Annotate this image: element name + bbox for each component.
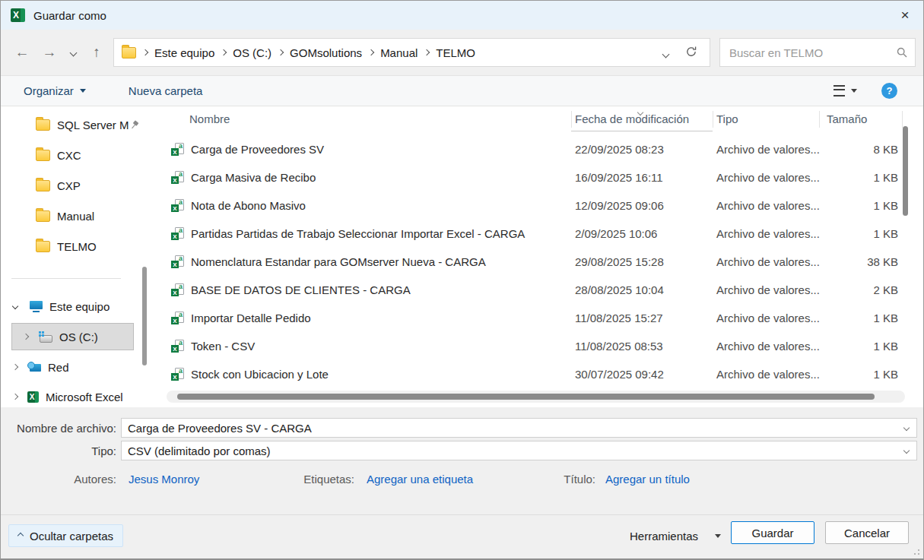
sidebar-item-este-equipo[interactable]: Este equipo	[13, 296, 110, 316]
vertical-scrollbar-thumb[interactable]	[903, 126, 908, 216]
column-header-label: Tamaño	[827, 112, 867, 125]
sidebar-item-os-c[interactable]: OS (C:)	[24, 327, 98, 346]
csv-file-icon	[171, 227, 184, 240]
navigation-bar: ← → ↑ Este equipo OS (C:) GOMsolutions M…	[1, 30, 923, 75]
authors-link[interactable]: Jesus Monroy	[129, 473, 199, 486]
triangle-down-icon	[851, 89, 857, 93]
chevron-right-icon	[12, 394, 18, 400]
hide-folders-label: Ocultar carpetas	[30, 530, 113, 543]
change-view-button[interactable]	[834, 85, 857, 96]
save-button[interactable]: Guardar	[731, 521, 814, 544]
resize-grip[interactable]	[913, 549, 920, 555]
csv-file-icon	[171, 255, 184, 268]
hide-folders-button[interactable]: Ocultar carpetas	[8, 524, 123, 547]
sidebar-item-cxc[interactable]: CXC	[36, 145, 81, 165]
address-dropdown-button[interactable]	[663, 46, 668, 59]
recent-locations-button[interactable]	[63, 50, 83, 55]
add-title-link[interactable]: Agregar un título	[605, 473, 690, 486]
column-header-label: Tipo	[716, 112, 738, 125]
file-type: Archivo de valores...	[716, 163, 820, 191]
filename-input[interactable]	[122, 422, 897, 435]
file-name: Stock con Ubicacion y Lote	[191, 368, 329, 381]
refresh-button[interactable]	[685, 46, 697, 60]
breadcrumb-item-gomsolutions[interactable]: GOMsolutions	[290, 46, 362, 59]
file-size: 8 KB	[814, 135, 898, 163]
filetype-select[interactable]: CSV (delimitado por comas)	[121, 441, 917, 460]
sidebar-item-sql-server[interactable]: SQL Server M	[36, 115, 139, 134]
filetype-dropdown-button[interactable]	[897, 448, 916, 453]
up-button[interactable]: ↑	[83, 44, 110, 61]
file-list-header: Nombre Fecha de modificación Tipo Tamaño	[160, 106, 923, 131]
file-name: BASE DE DATOS DE CLIENTES - CARGA	[191, 283, 411, 296]
file-row[interactable]: Stock con Ubicacion y Lote 30/07/2025 09…	[160, 360, 900, 388]
help-button[interactable]: ?	[881, 83, 897, 99]
column-divider[interactable]	[713, 111, 713, 128]
sidebar-item-microsoft-excel[interactable]: Microsoft Excel	[13, 387, 123, 407]
filename-dropdown-button[interactable]	[897, 426, 916, 430]
column-header-size[interactable]: Tamaño	[827, 106, 867, 131]
column-header-name[interactable]: Nombre	[189, 106, 230, 131]
file-type: Archivo de valores...	[716, 220, 820, 248]
breadcrumb-item-manual[interactable]: Manual	[380, 46, 418, 59]
sidebar-item-label: Este equipo	[49, 300, 110, 313]
file-size: 1 KB	[814, 220, 898, 248]
column-header-date[interactable]: Fecha de modificación	[575, 106, 689, 131]
folder-icon	[122, 47, 136, 59]
file-name: Token - CSV	[191, 340, 255, 353]
file-row[interactable]: Token - CSV 11/08/2025 08:53 Archivo de …	[160, 332, 900, 360]
chevron-right-icon	[23, 334, 29, 340]
list-view-icon	[834, 85, 845, 96]
new-folder-button[interactable]: Nueva carpeta	[129, 84, 203, 97]
file-row[interactable]: Carga de Proveedores SV 22/09/2025 08:23…	[160, 135, 900, 163]
file-row[interactable]: Carga Masiva de Recibo 16/09/2025 16:11 …	[160, 163, 900, 191]
organize-button[interactable]: Organizar	[24, 84, 86, 97]
file-row[interactable]: BASE DE DATOS DE CLIENTES - CARGA 28/08/…	[160, 276, 900, 304]
column-header-type[interactable]: Tipo	[716, 106, 738, 131]
folder-icon	[36, 119, 50, 131]
network-icon	[27, 362, 41, 373]
file-row[interactable]: Partidas Partidas de Trabajo Seleccionar…	[160, 220, 900, 248]
sidebar-item-cxp[interactable]: CXP	[36, 176, 81, 195]
folder-icon	[36, 210, 50, 222]
file-row[interactable]: Nota de Abono Masivo 12/09/2025 09:06 Ar…	[160, 191, 900, 220]
title-label: Título:	[503, 473, 595, 486]
csv-file-icon	[171, 340, 184, 353]
tags-label: Etiquetas:	[248, 473, 354, 486]
sidebar-item-red[interactable]: Red	[13, 357, 69, 377]
column-divider[interactable]	[571, 111, 572, 128]
tools-label: Herramientas	[630, 530, 698, 543]
sidebar-item-manual[interactable]: Manual	[36, 206, 94, 226]
breadcrumb: Este equipo OS (C:) GOMsolutions Manual …	[113, 38, 710, 67]
breadcrumb-separator-icon	[142, 49, 148, 55]
horizontal-scrollbar-thumb[interactable]	[177, 394, 875, 400]
excel-icon	[27, 391, 39, 403]
tools-button[interactable]: Herramientas	[630, 524, 721, 547]
file-type: Archivo de valores...	[716, 276, 820, 304]
column-divider[interactable]	[902, 111, 903, 128]
pin-icon	[129, 119, 141, 131]
file-type: Archivo de valores...	[716, 191, 820, 220]
breadcrumb-item-telmo[interactable]: TELMO	[436, 46, 475, 59]
file-size: 1 KB	[814, 163, 898, 191]
breadcrumb-item-este-equipo[interactable]: Este equipo	[154, 46, 214, 59]
column-divider[interactable]	[819, 111, 820, 128]
back-button[interactable]: ←	[8, 44, 36, 61]
cancel-label: Cancelar	[844, 527, 890, 539]
search-input[interactable]	[728, 46, 897, 60]
add-tag-link[interactable]: Agregar una etiqueta	[367, 473, 473, 486]
cancel-button[interactable]: Cancelar	[825, 521, 909, 544]
forward-button[interactable]: →	[36, 44, 63, 61]
sidebar-scrollbar-thumb[interactable]	[142, 267, 147, 365]
file-row[interactable]: Nomenclatura Estandar para GOMserver Nue…	[160, 248, 900, 276]
chevron-down-icon	[69, 49, 77, 56]
file-type: Archivo de valores...	[716, 332, 820, 360]
horizontal-scrollbar[interactable]	[167, 391, 905, 403]
file-size: 2 KB	[814, 276, 898, 304]
sidebar-item-telmo[interactable]: TELMO	[36, 236, 97, 256]
file-row[interactable]: Importar Detalle Pedido 11/08/2025 15:27…	[160, 304, 900, 332]
breadcrumb-item-os-c[interactable]: OS (C:)	[233, 46, 271, 59]
close-button[interactable]: ×	[887, 1, 923, 30]
file-size: 1 KB	[814, 360, 898, 388]
breadcrumb-separator-icon	[278, 49, 284, 55]
sidebar: SQL Server M CXC CXP Manual TELMO	[1, 106, 153, 407]
